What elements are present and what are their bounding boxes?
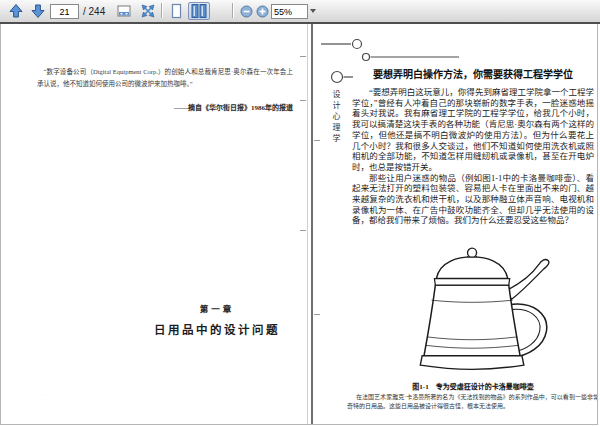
- page-total-label: / 244: [83, 6, 105, 17]
- fit-width-icon: [116, 3, 132, 19]
- chapter-number: 第一章: [129, 302, 305, 314]
- spine-tick: [300, 56, 306, 57]
- section-heading: 要想弄明白操作方法，你需要获得工程学学位: [351, 66, 595, 81]
- fit-page-icon: [140, 3, 156, 19]
- toolbar: / 244: [0, 0, 600, 24]
- left-page-edge: [307, 24, 308, 424]
- spine-tick: [300, 100, 306, 101]
- down-arrow-icon: [30, 3, 46, 19]
- spine-tick: [314, 314, 320, 315]
- fit-page-button[interactable]: [138, 2, 158, 20]
- epigraph-attribution: ——摘自《华尔街日报》1986年的报道: [61, 102, 293, 112]
- margin-book-title: 设计心理学: [330, 90, 341, 145]
- pdf-reader-window: / 244: [0, 0, 600, 426]
- chapter-title: 日用品中的设计问题: [129, 321, 305, 337]
- paragraph: “要想弄明白这玩意儿，你得先到麻省理工学院拿一个工程学学位，”曾经有人冲着自己的…: [352, 87, 594, 173]
- single-page-view-button[interactable]: [166, 2, 186, 20]
- zoom-in-icon: [256, 5, 269, 18]
- spine-tick: [314, 140, 320, 141]
- zoom-in-button[interactable]: [254, 2, 270, 20]
- spine-tick: [300, 230, 306, 231]
- zoom-level-input[interactable]: [271, 4, 308, 19]
- previous-page-button[interactable]: [6, 2, 26, 20]
- chapter-heading-block: 第一章 日用品中的设计问题: [129, 302, 305, 337]
- single-page-view-icon: [168, 3, 184, 19]
- paragraph: 那些让用户迷惑的物品（例如图1-1中的卡洛曼咖啡壶）、看起来无法打开的塑料包装袋…: [352, 173, 594, 227]
- zoom-out-icon: [240, 5, 253, 18]
- facing-pages-view-button[interactable]: [188, 2, 210, 20]
- figure-caption: 图1-1 专为受虐狂设计的卡洛曼咖啡壶: [352, 381, 594, 391]
- page-number-input[interactable]: [50, 4, 79, 19]
- zoom-dropdown-caret-icon[interactable]: [310, 9, 316, 13]
- next-page-button[interactable]: [28, 2, 48, 20]
- figure-note: 在法国艺术家雅克·卡洛曼所著的名为《无法找到的物品》的系列作品中，可以看到一些非…: [347, 393, 598, 410]
- zoom-out-button[interactable]: [238, 2, 254, 20]
- toolbar-separator: [232, 3, 233, 18]
- toolbar-separator: [161, 3, 162, 18]
- epigraph-quote: “数字设备公司（Digital Equipment Corp.）的创始人和总裁肯…: [37, 66, 293, 90]
- left-page-footer-mark: ·: [41, 392, 43, 397]
- body-text: “要想弄明白这玩意儿，你得先到麻省理工学院拿一个工程学学位，”曾经有人冲着自己的…: [352, 87, 594, 226]
- facing-pages-view-icon: [190, 3, 208, 19]
- fit-width-button[interactable]: [114, 2, 134, 20]
- coffeepot-figure: [393, 243, 553, 380]
- document-viewport[interactable]: “数字设备公司（Digital Equipment Corp.）的创始人和总裁肯…: [0, 24, 598, 425]
- up-arrow-icon: [8, 3, 24, 19]
